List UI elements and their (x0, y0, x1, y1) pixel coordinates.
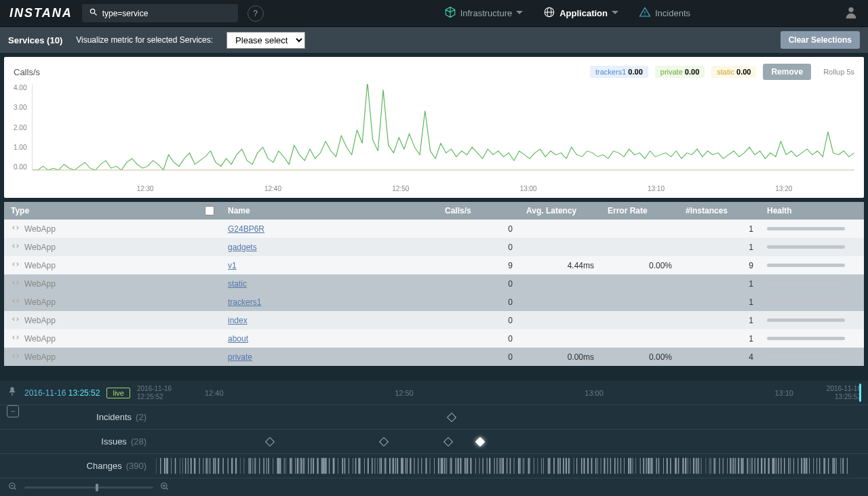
chart-title: Calls/s (14, 67, 40, 77)
svg-point-2 (848, 7, 853, 12)
now-marker[interactable] (859, 384, 861, 402)
remove-button[interactable]: Remove (763, 64, 811, 80)
collapse-tracks-button[interactable]: − (7, 405, 19, 417)
code-icon (11, 296, 20, 308)
top-nav: INSTANA type=service ? Infrastructure Ap… (0, 0, 868, 27)
cell-type: WebApp (4, 296, 221, 308)
cell-type: WebApp (4, 333, 221, 344)
select-all-checkbox[interactable] (205, 206, 214, 215)
chart-x-axis: 12:30 12:40 12:50 13:00 13:10 13:20 (14, 182, 854, 192)
chart-y-axis: 4.00 3.00 2.00 1.00 0.00 (14, 84, 32, 171)
cell-health (760, 245, 852, 249)
sub-bar: Services (10) Visualize metric for selec… (0, 27, 868, 53)
pin-icon[interactable] (7, 386, 18, 399)
cell-calls: 0 (438, 279, 519, 289)
legend-private[interactable]: private 0.00 (655, 66, 705, 78)
cell-health (760, 355, 852, 358)
service-link[interactable]: trackers1 (228, 297, 261, 307)
cell-type: WebApp (4, 223, 221, 234)
table-header: Type Name Calls/s Avg. Latency Error Rat… (4, 202, 864, 220)
code-icon (11, 333, 20, 344)
live-badge[interactable]: live (106, 388, 130, 398)
user-icon[interactable] (844, 5, 859, 22)
legend-static[interactable]: static 0.00 (711, 66, 756, 78)
table-row[interactable]: WebAppindex01 (4, 311, 864, 329)
code-icon (11, 260, 20, 271)
track-issues: Issues (28) (0, 430, 868, 454)
table-row[interactable]: WebAppv194.44ms0.00%9 (4, 256, 864, 274)
chevron-down-icon (516, 8, 523, 18)
service-link[interactable]: index (228, 316, 248, 325)
search-input[interactable]: type=service (82, 4, 238, 22)
nav-infrastructure[interactable]: Infrastructure (444, 6, 524, 20)
nav-application[interactable]: Application (543, 6, 618, 20)
globe-icon (543, 6, 555, 20)
code-icon (11, 278, 20, 289)
service-link[interactable]: v1 (228, 261, 237, 270)
cell-type: WebApp (4, 314, 221, 326)
service-link[interactable]: G24BP6R (228, 224, 264, 234)
cell-instances: 9 (679, 261, 760, 270)
service-link[interactable]: private (228, 352, 252, 362)
zoom-slider[interactable] (24, 487, 153, 489)
table-row[interactable]: WebAppgadgets01 (4, 238, 864, 256)
cell-instances: 1 (679, 224, 760, 234)
range-end: 2016-11-1613:25:52 (807, 385, 861, 401)
time-ruler[interactable]: 2016-11-16 13:25:52 live 2016-11-1612:25… (0, 381, 868, 405)
table-row[interactable]: WebAppprivate00.00ms0.00%4 (4, 348, 864, 366)
zoom-out-icon[interactable] (8, 482, 18, 493)
cell-calls: 0 (438, 334, 519, 344)
table-row[interactable]: WebAppstatic01 (4, 274, 864, 293)
issue-marker[interactable] (379, 436, 389, 446)
zoom-in-icon[interactable] (160, 482, 170, 493)
code-icon (11, 241, 20, 253)
search-text: type=service (102, 9, 149, 18)
logo: INSTANA (9, 6, 73, 20)
legend-trackers1[interactable]: trackers1 0.00 (590, 66, 648, 78)
cell-calls: 0 (438, 224, 519, 234)
metric-select[interactable]: Please select (226, 32, 305, 49)
cell-calls: 9 (438, 261, 519, 270)
issue-marker[interactable] (265, 436, 275, 446)
range-start: 2016-11-1612:25:52 (137, 385, 191, 401)
rollup-label: Rollup 5s (823, 68, 854, 76)
table-row[interactable]: WebApptrackers101 (4, 293, 864, 311)
chevron-down-icon (612, 8, 618, 18)
chart-plot[interactable] (32, 84, 854, 171)
cell-type: WebApp (4, 241, 221, 253)
service-link[interactable]: gadgets (228, 243, 257, 252)
service-link[interactable]: about (228, 334, 248, 344)
services-table: Type Name Calls/s Avg. Latency Error Rat… (4, 202, 864, 366)
issue-marker[interactable] (443, 436, 452, 446)
cell-calls: 0 (438, 243, 519, 252)
cell-latency: 4.44ms (519, 261, 601, 270)
clear-selections-button[interactable]: Clear Selections (781, 31, 860, 49)
cell-type: WebApp (4, 260, 221, 271)
cell-instances: 4 (679, 352, 760, 362)
cell-health (760, 318, 852, 322)
services-count: Services (10) (8, 35, 62, 45)
cell-calls: 0 (438, 352, 519, 362)
table-row[interactable]: WebAppG24BP6R01 (4, 220, 864, 238)
nav-incidents[interactable]: Incidents (639, 6, 690, 20)
help-icon[interactable]: ? (248, 5, 264, 22)
table-row[interactable]: WebAppabout01 (4, 329, 864, 348)
cell-type: WebApp (4, 351, 221, 363)
alert-icon (639, 6, 651, 20)
ruler-ticks: 12:40 12:50 13:00 13:10 (191, 389, 807, 397)
cell-health (760, 282, 852, 285)
cell-instances: 1 (679, 279, 760, 289)
cell-error: 0.00% (601, 352, 679, 362)
cell-instances: 1 (679, 316, 760, 325)
incident-marker[interactable] (447, 412, 456, 421)
chart-panel: Calls/s trackers1 0.00 private 0.00 stat… (4, 57, 864, 198)
zoom-handle[interactable] (96, 484, 98, 491)
track-changes: Changes (390) (0, 454, 868, 478)
metric-label: Visualize metric for selected Services: (76, 35, 213, 45)
service-link[interactable]: static (228, 279, 247, 289)
cell-instances: 1 (679, 334, 760, 344)
issue-marker[interactable] (475, 436, 485, 446)
cell-calls: 0 (438, 316, 519, 325)
current-timestamp[interactable]: 2016-11-16 13:25:52 (24, 388, 100, 398)
cell-health (760, 337, 852, 340)
